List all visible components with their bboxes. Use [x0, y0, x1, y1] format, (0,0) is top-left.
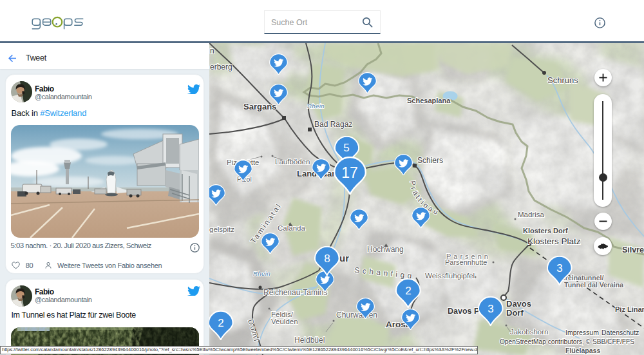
- svg-text:erberg: erberg: [210, 62, 232, 72]
- svg-text:Bad Ragaz: Bad Ragaz: [314, 120, 352, 129]
- svg-text:Schruns: Schruns: [547, 75, 578, 85]
- svg-text:Schesaplana: Schesaplana: [407, 97, 451, 104]
- svg-text:Klosters Platz: Klosters Platz: [527, 236, 581, 246]
- svg-text:Schiers: Schiers: [417, 156, 443, 165]
- svg-text:n: n: [210, 46, 214, 55]
- svg-text:Veulden: Veulden: [271, 318, 298, 325]
- svg-text:Davos: Davos: [506, 299, 531, 309]
- svg-text:Hochwang: Hochwang: [367, 245, 404, 254]
- svg-text:Laufböden: Laufböden: [275, 158, 310, 166]
- svg-text:Parsenn: Parsenn: [446, 253, 491, 260]
- svg-text:Rhein: Rhein: [253, 270, 270, 277]
- svg-text:Davos Pl: Davos Pl: [448, 307, 482, 316]
- svg-text:Jakobshorn: Jakobshorn: [510, 328, 548, 336]
- svg-text:Calanda: Calanda: [278, 224, 305, 232]
- svg-text:Heidbüel: Heidbüel: [294, 336, 325, 345]
- svg-text:gelspitz: gelspitz: [209, 225, 234, 233]
- svg-text:Weissfluhgipfel: Weissfluhgipfel: [425, 272, 475, 280]
- svg-text:OpenStreetMap contributors, ©: OpenStreetMap contributors, © SBB/CFF/FF…: [500, 338, 634, 345]
- svg-text:Tunnel dal Veraina: Tunnel dal Veraina: [564, 281, 623, 289]
- svg-text:Datenschutz: Datenschutz: [601, 329, 639, 336]
- svg-text:Impressum: Impressum: [565, 329, 599, 336]
- svg-text:Madrisa: Madrisa: [518, 211, 545, 218]
- svg-text:Rhein: Rhein: [307, 102, 325, 110]
- svg-text:Flüelapass: Flüelapass: [565, 347, 600, 354]
- svg-text:Piz Linar: Piz Linar: [615, 305, 644, 313]
- svg-text:Klosters Dorf: Klosters Dorf: [523, 227, 568, 235]
- svg-text:Silvrett: Silvrett: [622, 245, 644, 254]
- svg-text:Dorf: Dorf: [506, 308, 524, 318]
